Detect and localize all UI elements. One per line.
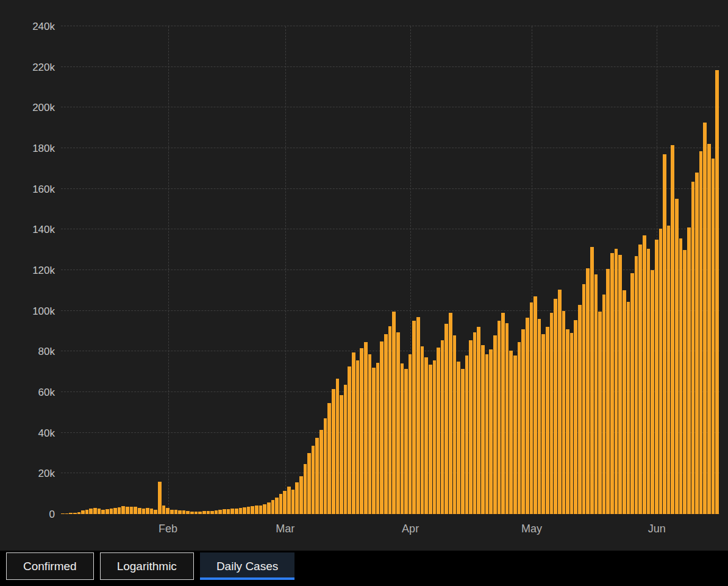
daily-cases-bar[interactable] [679, 238, 683, 514]
daily-cases-bar[interactable] [667, 226, 671, 514]
daily-cases-bar[interactable] [429, 365, 432, 514]
daily-cases-bar[interactable] [651, 270, 654, 514]
daily-cases-bar[interactable] [469, 340, 473, 514]
daily-cases-bar[interactable] [251, 506, 254, 514]
daily-cases-bar[interactable] [69, 513, 73, 514]
daily-cases-bar[interactable] [186, 511, 190, 514]
daily-cases-bar[interactable] [396, 332, 400, 514]
daily-cases-bar[interactable] [659, 229, 663, 514]
daily-cases-bar[interactable] [521, 329, 525, 514]
daily-cases-bar[interactable] [412, 321, 416, 514]
daily-cases-bar[interactable] [146, 508, 149, 514]
daily-cases-bar[interactable] [198, 512, 202, 514]
daily-cases-bar[interactable] [465, 356, 469, 514]
daily-cases-bar[interactable] [477, 327, 480, 514]
daily-cases-bar[interactable] [158, 482, 162, 514]
daily-cases-bar[interactable] [558, 290, 562, 514]
daily-cases-bar[interactable] [695, 173, 699, 514]
daily-cases-bar[interactable] [715, 70, 719, 514]
daily-cases-bar[interactable] [687, 227, 691, 514]
daily-cases-bar[interactable] [380, 341, 384, 514]
daily-cases-bar[interactable] [150, 509, 154, 514]
daily-cases-bar[interactable] [541, 334, 545, 514]
daily-cases-bar[interactable] [574, 320, 577, 514]
daily-cases-bar[interactable] [275, 498, 279, 514]
daily-cases-bar[interactable] [590, 247, 594, 514]
daily-cases-bar[interactable] [360, 348, 363, 514]
daily-cases-bar[interactable] [606, 269, 610, 514]
daily-cases-bar[interactable] [461, 369, 465, 514]
daily-cases-bar[interactable] [473, 332, 477, 514]
daily-cases-bar[interactable] [218, 510, 222, 514]
daily-cases-bar[interactable] [235, 509, 238, 514]
daily-cases-bar[interactable] [352, 352, 355, 514]
daily-cases-bar[interactable] [344, 385, 348, 514]
daily-cases-bar[interactable] [182, 510, 186, 514]
daily-cases-bar[interactable] [562, 311, 566, 514]
daily-cases-bar[interactable] [437, 348, 440, 514]
daily-cases-bar[interactable] [315, 438, 319, 514]
daily-cases-bar[interactable] [538, 319, 541, 514]
daily-cases-bar[interactable] [550, 313, 554, 514]
daily-cases-bar[interactable] [113, 508, 117, 514]
daily-cases-bar[interactable] [223, 509, 226, 514]
daily-cases-bar[interactable] [433, 360, 437, 514]
daily-cases-bar[interactable] [392, 312, 396, 514]
daily-cases-bar[interactable] [174, 510, 178, 514]
daily-cases-bar[interactable] [304, 464, 307, 514]
daily-cases-bar[interactable] [243, 507, 246, 514]
daily-cases-bar[interactable] [332, 389, 335, 514]
daily-cases-bar[interactable] [340, 395, 343, 514]
daily-cases-bar[interactable] [368, 354, 372, 514]
daily-cases-bar[interactable] [98, 509, 101, 514]
daily-cases-bar[interactable] [663, 154, 666, 514]
daily-cases-bar[interactable] [566, 329, 569, 514]
daily-cases-bar[interactable] [271, 500, 275, 514]
daily-cases-bar[interactable] [594, 274, 598, 514]
daily-cases-bar[interactable] [699, 151, 703, 514]
daily-cases-bar[interactable] [449, 313, 452, 514]
daily-cases-bar[interactable] [130, 507, 134, 514]
daily-cases-bar[interactable] [586, 268, 590, 514]
daily-cases-bar[interactable] [207, 511, 210, 514]
daily-cases-bar[interactable] [675, 199, 679, 514]
daily-cases-bar[interactable] [65, 513, 69, 514]
daily-cases-bar[interactable] [384, 334, 388, 514]
daily-cases-bar[interactable] [247, 507, 251, 514]
daily-cases-bar[interactable] [230, 509, 234, 514]
daily-cases-bar[interactable] [89, 509, 93, 514]
daily-cases-bar[interactable] [324, 418, 327, 514]
daily-cases-bar[interactable] [578, 305, 582, 514]
daily-cases-bar[interactable] [101, 510, 105, 514]
daily-cases-bar[interactable] [267, 502, 271, 514]
daily-cases-bar[interactable] [457, 362, 460, 514]
daily-cases-bar[interactable] [215, 510, 218, 514]
daily-cases-bar[interactable] [421, 346, 424, 514]
daily-cases-bar[interactable] [85, 510, 89, 514]
daily-cases-bar[interactable] [118, 507, 121, 514]
daily-cases-bar[interactable] [518, 342, 521, 514]
daily-cases-bar[interactable] [647, 249, 651, 514]
daily-cases-bar[interactable] [441, 340, 444, 514]
daily-cases-bar[interactable] [77, 512, 81, 514]
daily-cases-bar[interactable] [546, 327, 549, 514]
daily-cases-bar[interactable] [489, 349, 493, 514]
daily-cases-bar[interactable] [364, 342, 368, 514]
daily-cases-bar[interactable] [162, 506, 166, 514]
daily-cases-bar[interactable] [493, 335, 497, 514]
daily-cases-bar[interactable] [319, 430, 323, 514]
daily-cases-bar[interactable] [336, 379, 340, 514]
daily-cases-bar[interactable] [263, 504, 266, 514]
daily-cases-bar[interactable] [312, 446, 315, 514]
daily-cases-bar[interactable] [210, 511, 214, 514]
daily-cases-bar[interactable] [105, 509, 109, 514]
daily-cases-bar[interactable] [227, 509, 230, 514]
daily-cases-bar[interactable] [255, 506, 259, 514]
daily-cases-bar[interactable] [554, 299, 557, 514]
daily-cases-bar[interactable] [707, 144, 711, 514]
daily-cases-bar[interactable] [655, 240, 658, 514]
daily-cases-bar[interactable] [291, 490, 295, 514]
daily-cases-bar[interactable] [61, 513, 65, 514]
daily-cases-bar[interactable] [509, 351, 513, 514]
tab-daily-cases[interactable]: Daily Cases [200, 552, 294, 580]
